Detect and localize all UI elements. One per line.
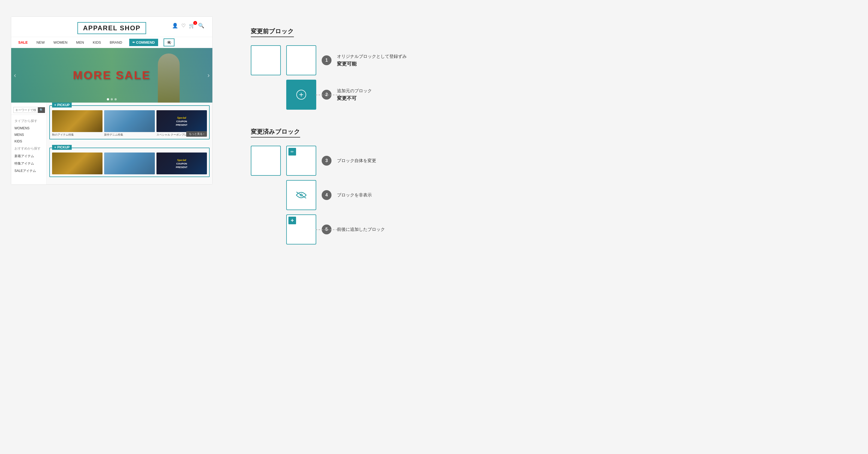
sidebar-item-womens[interactable]: WOMENS bbox=[11, 125, 46, 132]
nav-men[interactable]: MEN bbox=[74, 37, 86, 48]
pickup-item-1: 秋のアイテム特集 bbox=[52, 110, 102, 137]
hero-text: MORE SALE bbox=[73, 69, 151, 82]
after-section: 変更済みブロック ✏ 3 ブロック自体を変更 bbox=[251, 128, 841, 245]
search-button[interactable]: 🔍 bbox=[38, 107, 45, 113]
section-divider bbox=[251, 114, 841, 128]
eye-slash-icon-block bbox=[287, 180, 316, 209]
after-row-2: 4 ブロックを非表示 bbox=[251, 180, 841, 210]
pickup-caption-2: 新作デニム特集 bbox=[104, 133, 155, 137]
pickup-img-1 bbox=[52, 110, 102, 132]
coupon-text: Special COUPONPRESENT bbox=[176, 116, 188, 127]
heart-icon: ♡ bbox=[181, 23, 186, 29]
shop-preview: APPAREL SHOP 👤 ♡ 🛒 1 🔍 SALE NEW WOMEN ME… bbox=[11, 17, 213, 185]
sidebar-label-type: タイプから探す bbox=[11, 117, 46, 125]
number-4-label: 4 bbox=[326, 193, 328, 198]
before-section: 変更前ブロック 1 オリジナルブロックとして登録ずみ 変更可能 + bbox=[251, 27, 841, 110]
desc-1-bold: 変更可能 bbox=[337, 61, 407, 67]
shop-logo: APPAREL SHOP bbox=[78, 22, 146, 34]
eye-button[interactable]: 👁‍🗨 bbox=[163, 38, 175, 47]
description-3: ブロック自体を変更 bbox=[337, 158, 376, 164]
pickup-img-2 bbox=[104, 110, 155, 132]
eye-slash-icon: 👁‍🗨 bbox=[167, 40, 171, 45]
pickup-caption-1: 秋のアイテム特集 bbox=[52, 133, 102, 137]
desc-5-main: 前後に追加したブロック bbox=[337, 227, 385, 232]
sidebar-item-feature[interactable]: 特集アイテム bbox=[11, 160, 46, 167]
after-row-3: + 5 前後に追加したブロック bbox=[251, 215, 841, 245]
special-label-2: Special bbox=[176, 158, 188, 162]
description-1: オリジナルブロックとして登録ずみ 変更可能 bbox=[337, 54, 407, 67]
nav-brand[interactable]: BRAND bbox=[108, 37, 124, 48]
pickup-items-2: Special COUPONPRESENT bbox=[52, 152, 207, 174]
nav-sale[interactable]: SALE bbox=[17, 37, 29, 48]
pickup-item-4 bbox=[52, 152, 102, 174]
hero-arrow-left[interactable]: ‹ bbox=[14, 72, 16, 79]
pickup-img-5 bbox=[104, 152, 155, 174]
number-3-label: 3 bbox=[326, 158, 328, 163]
description-5: 前後に追加したブロック bbox=[337, 227, 385, 232]
sidebar-label-recommend: おすすめから探す bbox=[11, 145, 46, 152]
shop-header: APPAREL SHOP 👤 ♡ 🛒 1 🔍 bbox=[11, 17, 212, 37]
search-input[interactable] bbox=[13, 107, 38, 113]
more-button-1[interactable]: もっと見る › bbox=[186, 131, 207, 137]
pickup-img-4 bbox=[52, 152, 102, 174]
hero-dot-2 bbox=[111, 98, 113, 101]
before-row-2: + 2 追加元のブロック 変更不可 bbox=[251, 80, 841, 110]
pickup-items-1: 秋のアイテム特集 新作デニム特集 Special COUPONPRESENT bbox=[52, 110, 207, 137]
sidebar-item-kids[interactable]: KIDS bbox=[11, 138, 46, 145]
pickup-header-1: + PICKUP bbox=[52, 103, 72, 108]
block-before-b bbox=[286, 45, 316, 75]
desc-2-bold: 変更不可 bbox=[337, 95, 372, 102]
pencil-icon: ✏ bbox=[288, 148, 296, 155]
pickup-item-2: 新作デニム特集 bbox=[104, 110, 155, 137]
block-after-b: ✏ bbox=[286, 146, 316, 176]
dashed-line-5 bbox=[316, 229, 340, 230]
sidebar-item-sale[interactable]: SALEアイテム bbox=[11, 167, 46, 175]
shop-body: 🔍 タイプから探す WOMENS MENS KIDS おすすめから探す 新着アイ… bbox=[11, 103, 212, 185]
commend-button[interactable]: ✏ COMMEND bbox=[129, 39, 158, 46]
block-plus-circle-icon: + bbox=[296, 90, 306, 100]
nav-new[interactable]: NEW bbox=[35, 37, 46, 48]
hero-dot-3 bbox=[115, 98, 117, 101]
right-panel: 変更前ブロック 1 オリジナルブロックとして登録ずみ 変更可能 + bbox=[235, 17, 857, 260]
hero-person-figure bbox=[158, 54, 180, 103]
desc-1-main: オリジナルブロックとして登録ずみ bbox=[337, 54, 407, 59]
number-3: 3 bbox=[322, 156, 332, 166]
sidebar: 🔍 タイプから探す WOMENS MENS KIDS おすすめから探す 新着アイ… bbox=[11, 103, 46, 185]
pickup-img-6: Special COUPONPRESENT bbox=[156, 152, 207, 174]
pickup-block-1: + PICKUP 秋のアイテム特集 新作デニム特集 bbox=[49, 105, 210, 139]
pickup-plus-icon: + bbox=[54, 103, 56, 107]
block-after-c bbox=[286, 180, 316, 210]
dashed-line-2 bbox=[316, 95, 340, 95]
blue-plus-icon: + bbox=[288, 217, 296, 224]
description-2: 追加元のブロック 変更不可 bbox=[337, 88, 372, 102]
header-icons: 👤 ♡ 🛒 1 🔍 bbox=[172, 23, 204, 29]
search-icon: 🔍 bbox=[198, 23, 204, 29]
sidebar-item-mens[interactable]: MENS bbox=[11, 132, 46, 138]
commend-icon: ✏ bbox=[132, 41, 135, 44]
pickup-item-5 bbox=[104, 152, 155, 174]
hero-dots bbox=[107, 98, 117, 101]
nav-kids[interactable]: KIDS bbox=[91, 37, 102, 48]
coupon-text-2: Special COUPONPRESENT bbox=[176, 158, 188, 169]
sidebar-item-new[interactable]: 新着アイテム bbox=[11, 152, 46, 160]
desc-3-main: ブロック自体を変更 bbox=[337, 158, 376, 164]
number-1: 1 bbox=[322, 55, 332, 65]
number-4: 4 bbox=[322, 190, 332, 200]
block-before-a bbox=[251, 45, 281, 75]
main-content: + PICKUP 秋のアイテム特集 新作デニム特集 bbox=[46, 103, 212, 185]
person-icon: 👤 bbox=[172, 23, 178, 29]
before-row-1: 1 オリジナルブロックとして登録ずみ 変更可能 bbox=[251, 45, 841, 75]
pickup-label-1: PICKUP bbox=[57, 103, 69, 107]
hero-arrow-right[interactable]: › bbox=[208, 72, 210, 79]
nav-women[interactable]: WOMEN bbox=[52, 37, 69, 48]
cart-badge: 1 bbox=[193, 21, 197, 25]
search-row: 🔍 bbox=[11, 105, 46, 115]
before-title: 変更前ブロック bbox=[251, 27, 294, 37]
commend-label: COMMEND bbox=[136, 40, 155, 45]
block-after-a bbox=[251, 146, 281, 176]
pickup-block-2: + PICKUP Special COUPONPRESENT bbox=[49, 148, 210, 177]
pickup-label-2: PICKUP bbox=[57, 145, 69, 149]
description-4: ブロックを非表示 bbox=[337, 192, 372, 198]
pickup-header-2: + PICKUP bbox=[52, 145, 72, 150]
pickup-item-6: Special COUPONPRESENT bbox=[156, 152, 207, 174]
